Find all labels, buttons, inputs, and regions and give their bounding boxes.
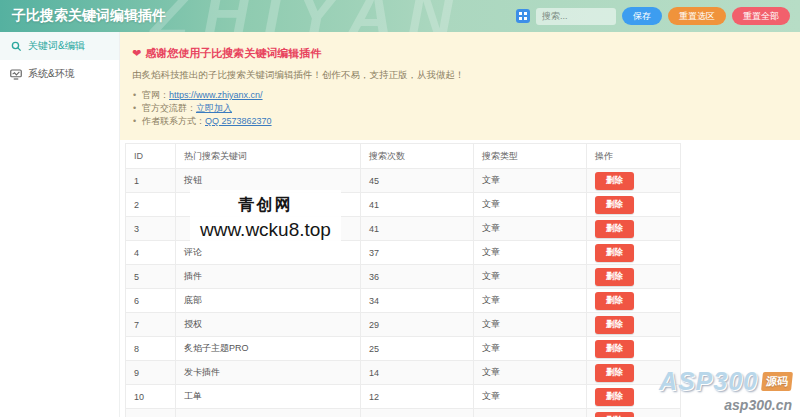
cell-actions: 删除 — [587, 313, 681, 337]
save-button[interactable]: 保存 — [622, 7, 662, 25]
table-row: 7 授权 29 文章 删除 — [126, 313, 681, 337]
cell-actions: 删除 — [587, 337, 681, 361]
delete-button[interactable]: 删除 — [595, 172, 634, 190]
sidebar-item-label: 系统&环境 — [28, 67, 75, 81]
cell-type: 文章 — [474, 265, 587, 289]
join-group-link[interactable]: 立即加入 — [196, 103, 232, 113]
sidebar-item-keywords[interactable]: 关键词&编辑 — [0, 32, 119, 60]
cell-count: 41 — [361, 193, 474, 217]
keyword-table-wrap: ID 热门搜索关键词 搜索次数 搜索类型 操作 1 按钮 45 — [120, 140, 800, 417]
cell-count: 37 — [361, 241, 474, 265]
table-row: 1 按钮 45 文章 删除 — [126, 169, 681, 193]
column-header-keyword: 热门搜索关键词 — [176, 144, 361, 169]
notice-item-contact: 作者联系方式：QQ 2573862370 — [132, 115, 784, 128]
delete-button[interactable]: 删除 — [595, 268, 634, 286]
cell-count: 41 — [361, 217, 474, 241]
notice-item-label: 作者联系方式： — [142, 116, 205, 126]
cell-count: 12 — [361, 385, 474, 409]
cell-id: 10 — [126, 385, 176, 409]
cell-actions: 删除 — [587, 193, 681, 217]
notice-list: 官网：https://www.zhiyanx.cn/ 官方交流群：立即加入 作者… — [132, 89, 784, 128]
delete-button[interactable]: 删除 — [595, 364, 634, 382]
column-header-id: ID — [126, 144, 176, 169]
cell-count: 29 — [361, 313, 474, 337]
reset-all-button[interactable]: 重置全部 — [732, 7, 790, 25]
search-icon — [10, 40, 22, 52]
content-area: ❤感谢您使用子比搜索关键词编辑插件 由炙焰科技推出的子比搜索关键词编辑插件！创作… — [120, 32, 800, 417]
cell-actions: 删除 — [587, 385, 681, 409]
column-header-count: 搜索次数 — [361, 144, 474, 169]
table-row: 6 底部 34 文章 删除 — [126, 289, 681, 313]
column-header-type: 搜索类型 — [474, 144, 587, 169]
cell-keyword: 底部 — [176, 289, 361, 313]
sidebar-item-label: 关键词&编辑 — [28, 39, 85, 53]
column-header-actions: 操作 — [587, 144, 681, 169]
cell-count — [361, 409, 474, 417]
notice-item-website: 官网：https://www.zhiyanx.cn/ — [132, 89, 784, 102]
table-row: 11 删除 — [126, 409, 681, 417]
cell-id: 4 — [126, 241, 176, 265]
cell-actions: 删除 — [587, 241, 681, 265]
cell-keyword — [176, 409, 361, 417]
cell-count: 45 — [361, 169, 474, 193]
apps-icon[interactable] — [516, 9, 530, 23]
notice-item-label: 官方交流群： — [142, 103, 196, 113]
cell-keyword: 发卡插件 — [176, 361, 361, 385]
header-bar: ZHIYAN 子比搜索关键词编辑插件 保存 重置选区 重置全部 — [0, 0, 800, 32]
notice-intro: 由炙焰科技推出的子比搜索关键词编辑插件！创作不易，支持正版，从我做起！ — [132, 69, 784, 82]
cell-actions: 删除 — [587, 289, 681, 313]
delete-button[interactable]: 删除 — [595, 340, 634, 358]
table-row: 5 插件 36 文章 删除 — [126, 265, 681, 289]
delete-button[interactable]: 删除 — [595, 316, 634, 334]
cell-type: 文章 — [474, 313, 587, 337]
delete-button[interactable]: 删除 — [595, 220, 634, 238]
reset-selection-button[interactable]: 重置选区 — [668, 7, 726, 25]
header-toolbar: 保存 重置选区 重置全部 — [516, 7, 790, 25]
notice-item-label: 官网： — [142, 90, 169, 100]
notice-heading-text: 感谢您使用子比搜索关键词编辑插件 — [145, 47, 321, 59]
cell-keyword: 炙焰子主题PRO — [176, 337, 361, 361]
table-row: 3 41 文章 删除 — [126, 217, 681, 241]
cell-keyword — [176, 193, 361, 217]
cell-actions: 删除 — [587, 409, 681, 417]
website-link[interactable]: https://www.zhiyanx.cn/ — [169, 90, 263, 100]
cell-actions: 删除 — [587, 265, 681, 289]
cell-id: 9 — [126, 361, 176, 385]
delete-button[interactable]: 删除 — [595, 412, 634, 417]
cell-id: 11 — [126, 409, 176, 417]
heart-icon: ❤ — [132, 47, 141, 59]
table-row: 9 发卡插件 14 文章 删除 — [126, 361, 681, 385]
delete-button[interactable]: 删除 — [595, 292, 634, 310]
cell-keyword — [176, 217, 361, 241]
notice-heading: ❤感谢您使用子比搜索关键词编辑插件 — [132, 46, 784, 61]
table-row: 2 41 文章 删除 — [126, 193, 681, 217]
cell-count: 25 — [361, 337, 474, 361]
cell-type — [474, 409, 587, 417]
table-row: 10 工单 12 文章 删除 — [126, 385, 681, 409]
header-watermark: ZHIYAN — [150, 0, 467, 32]
cell-actions: 删除 — [587, 217, 681, 241]
cell-type: 文章 — [474, 361, 587, 385]
cell-keyword: 工单 — [176, 385, 361, 409]
welcome-notice: ❤感谢您使用子比搜索关键词编辑插件 由炙焰科技推出的子比搜索关键词编辑插件！创作… — [120, 32, 800, 140]
cell-type: 文章 — [474, 385, 587, 409]
delete-button[interactable]: 删除 — [595, 388, 634, 406]
cell-keyword: 评论 — [176, 241, 361, 265]
cell-id: 5 — [126, 265, 176, 289]
cell-type: 文章 — [474, 169, 587, 193]
cell-id: 7 — [126, 313, 176, 337]
cell-id: 2 — [126, 193, 176, 217]
delete-button[interactable]: 删除 — [595, 244, 634, 262]
cell-keyword: 按钮 — [176, 169, 361, 193]
page-title: 子比搜索关键词编辑插件 — [12, 7, 166, 25]
cell-id: 3 — [126, 217, 176, 241]
search-input[interactable] — [536, 8, 616, 25]
cell-id: 8 — [126, 337, 176, 361]
qq-contact-link[interactable]: QQ 2573862370 — [205, 116, 272, 126]
cell-actions: 删除 — [587, 169, 681, 193]
cell-id: 1 — [126, 169, 176, 193]
table-header-row: ID 热门搜索关键词 搜索次数 搜索类型 操作 — [126, 144, 681, 169]
sidebar-item-system[interactable]: 系统&环境 — [0, 60, 119, 88]
delete-button[interactable]: 删除 — [595, 196, 634, 214]
cell-type: 文章 — [474, 241, 587, 265]
